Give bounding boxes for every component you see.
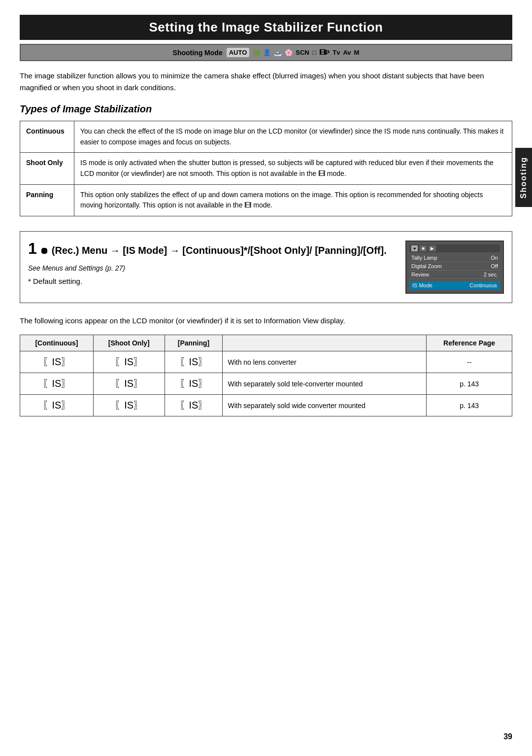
menu-highlight-row: IS Mode Continuous — [409, 281, 500, 290]
mode-icon-box2: □ — [312, 49, 316, 56]
icons-row-2: 〖IS〗 〖IS〗 〖IS〗 With separately sold tele… — [20, 373, 512, 395]
menu-tab-active: ● — [411, 245, 418, 251]
is-icon-c1: 〖IS〗 — [42, 355, 71, 369]
table-row: Panning This option only stabilizes the … — [20, 184, 512, 216]
type-desc-panning: This option only stabilizes the effect o… — [74, 184, 512, 216]
step-title: (Rec.) Menu → [IS Mode] → [Continuous]*/… — [52, 245, 387, 256]
menu-screenshot: ● ■ ▶ Tally Lamp On Digital Zoom Off Rev… — [405, 241, 504, 294]
page-title: Setting the Image Stabilizer Function — [20, 15, 512, 40]
icons-table-header-row: [Continuous] [Shoot Only] [Panning] Refe… — [20, 335, 512, 351]
types-heading: Types of Image Stabilization — [20, 103, 512, 115]
icon-continuous-1: 〖IS〗 — [20, 351, 94, 373]
shooting-sidebar: Shooting — [515, 148, 532, 207]
menu-label-2: Digital Zoom — [411, 263, 442, 269]
is-icon-s3: 〖IS〗 — [114, 399, 143, 412]
mode-icon-5: 🌸 — [285, 49, 293, 56]
ref-3: p. 143 — [427, 395, 512, 416]
menu-label-3: Review — [411, 272, 429, 277]
icons-row-3: 〖IS〗 〖IS〗 〖IS〗 With separately sold wide… — [20, 395, 512, 416]
icon-shootonly-3: 〖IS〗 — [93, 395, 165, 416]
ref-1: -- — [427, 351, 512, 373]
following-text: The following icons appear on the LCD mo… — [20, 315, 512, 327]
col-header-ref: Reference Page — [427, 335, 512, 351]
type-desc-shootonly: IS mode is only activated when the shutt… — [74, 153, 512, 184]
page-number: 39 — [503, 732, 512, 741]
step-section: 1 ⏺ (Rec.) Menu → [IS Mode] → [Continuou… — [20, 231, 512, 303]
mode-icon-4: 🗻 — [274, 49, 282, 56]
is-icon-p2: 〖IS〗 — [179, 377, 208, 390]
types-table: Continuous You can check the effect of t… — [20, 121, 512, 216]
icon-panning-3: 〖IS〗 — [165, 395, 223, 416]
is-icon-c2: 〖IS〗 — [42, 377, 71, 390]
menu-highlight-label: IS Mode — [412, 282, 432, 288]
mode-icon-3: 👤 — [263, 49, 271, 56]
mode-icon-m: M — [354, 49, 360, 56]
menu-tab-3: ▶ — [429, 245, 436, 251]
col-header-shootonly: [Shoot Only] — [93, 335, 165, 351]
icon-shootonly-2: 〖IS〗 — [93, 373, 165, 395]
menu-value-3: 2 sec. — [484, 272, 498, 277]
movie-icon-inline2: 🎞 — [244, 201, 251, 209]
type-desc-continuous: You can check the effect of the IS mode … — [74, 121, 512, 153]
is-icon-p3: 〖IS〗 — [179, 399, 208, 412]
menu-row-1: Tally Lamp On — [409, 254, 500, 262]
icons-row-1: 〖IS〗 〖IS〗 〖IS〗 With no lens converter -- — [20, 351, 512, 373]
rec-icon: ⏺ — [40, 246, 49, 256]
mode-icon-tv: Tv — [332, 49, 340, 56]
desc-1: With no lens converter — [223, 351, 427, 373]
step-number: 1 — [28, 241, 37, 256]
movie-icon-inline: 🎞 — [318, 170, 325, 177]
default-note: * Default setting. — [28, 277, 396, 285]
menu-row-3: Review 2 sec. — [409, 271, 500, 279]
type-name-panning: Panning — [20, 184, 74, 216]
col-header-panning: [Panning] — [165, 335, 223, 351]
mode-icon-2: 🌿 — [252, 49, 260, 56]
table-row: Continuous You can check the effect of t… — [20, 121, 512, 153]
icon-continuous-3: 〖IS〗 — [20, 395, 94, 416]
intro-text: The image stabilizer function allows you… — [20, 70, 512, 94]
shooting-mode-label: Shooting Mode — [173, 49, 223, 57]
mode-icon-av: Av — [343, 49, 351, 56]
menu-value-2: Off — [491, 263, 498, 269]
is-icon-s1: 〖IS〗 — [114, 355, 143, 369]
mode-icons-container: AUTO 🌿 👤 🗻 🌸 SCN □ 🎞P Tv Av M — [227, 48, 360, 57]
menu-row-2: Digital Zoom Off — [409, 262, 500, 271]
col-header-description — [223, 335, 427, 351]
icon-continuous-2: 〖IS〗 — [20, 373, 94, 395]
col-header-continuous: [Continuous] — [20, 335, 94, 351]
menu-tab-2: ■ — [420, 245, 426, 251]
menu-label-1: Tally Lamp — [411, 255, 437, 261]
desc-3: With separately sold wide converter moun… — [223, 395, 427, 416]
ref-2: p. 143 — [427, 373, 512, 395]
is-icon-p1: 〖IS〗 — [179, 355, 208, 369]
menu-value-1: On — [491, 255, 498, 261]
mode-icon-movie: 🎞P — [319, 49, 330, 56]
desc-2: With separately sold tele-converter moun… — [223, 373, 427, 395]
step-content: 1 ⏺ (Rec.) Menu → [IS Mode] → [Continuou… — [28, 241, 396, 285]
icon-shootonly-1: 〖IS〗 — [93, 351, 165, 373]
shooting-mode-bar: Shooting Mode AUTO 🌿 👤 🗻 🌸 SCN □ 🎞P Tv A… — [20, 44, 512, 61]
type-name-continuous: Continuous — [20, 121, 74, 153]
type-name-shootonly: Shoot Only — [20, 153, 74, 184]
icon-panning-1: 〖IS〗 — [165, 351, 223, 373]
step-see: See Menus and Settings (p. 27) — [28, 264, 396, 272]
icon-panning-2: 〖IS〗 — [165, 373, 223, 395]
mode-icon-scn: SCN — [296, 49, 309, 56]
table-row: Shoot Only IS mode is only activated whe… — [20, 153, 512, 184]
menu-tab-bar: ● ■ ▶ — [409, 244, 500, 252]
menu-highlight-value: Continuous — [469, 282, 497, 288]
is-icon-s2: 〖IS〗 — [114, 377, 143, 390]
is-icon-c3: 〖IS〗 — [42, 399, 71, 412]
icons-table: [Continuous] [Shoot Only] [Panning] Refe… — [20, 335, 512, 416]
mode-icon-auto: AUTO — [227, 48, 250, 57]
